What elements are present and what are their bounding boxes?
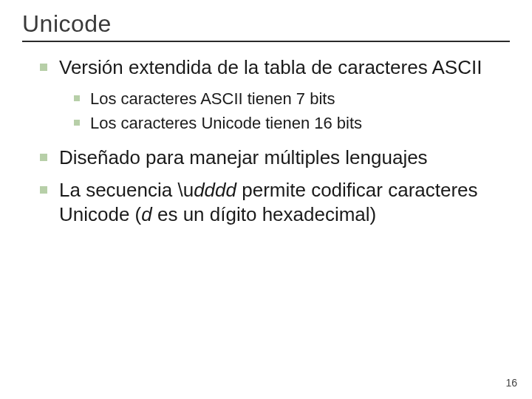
text-italic: d bbox=[141, 203, 151, 225]
bullet-text: Los caracteres ASCII tienen 7 bits bbox=[90, 89, 335, 109]
text-italic: dddd bbox=[194, 179, 236, 201]
bullet-text: La secuencia \udddd permite codificar ca… bbox=[59, 178, 510, 226]
text-plain: La secuencia \u bbox=[59, 179, 194, 201]
bullet-text: Diseñado para manejar múltiples lenguaje… bbox=[59, 146, 428, 170]
bullet-level1: Diseñado para manejar múltiples lenguaje… bbox=[40, 146, 510, 170]
square-bullet-icon bbox=[40, 154, 47, 161]
bullet-text: Los caracteres Unicode tienen 16 bits bbox=[90, 113, 362, 134]
bullet-level2: Los caracteres ASCII tienen 7 bits bbox=[74, 89, 510, 109]
square-bullet-icon bbox=[74, 120, 80, 126]
square-bullet-icon bbox=[40, 186, 47, 194]
square-bullet-icon bbox=[40, 64, 47, 71]
page-number: 16 bbox=[505, 377, 517, 389]
bullet-level1: Versión extendida de la tabla de caracte… bbox=[40, 55, 510, 80]
slide: Unicode Versión extendida de la tabla de… bbox=[0, 0, 532, 399]
slide-title: Unicode bbox=[22, 10, 510, 38]
bullet-level2: Los caracteres Unicode tienen 16 bits bbox=[74, 113, 510, 134]
title-underline bbox=[22, 41, 510, 42]
bullet-text: Versión extendida de la tabla de caracte… bbox=[59, 55, 482, 80]
bullet-level1: La secuencia \udddd permite codificar ca… bbox=[40, 178, 510, 226]
content-area: Versión extendida de la tabla de caracte… bbox=[22, 55, 510, 226]
text-plain: es un dígito hexadecimal) bbox=[152, 203, 377, 225]
square-bullet-icon bbox=[74, 95, 80, 101]
